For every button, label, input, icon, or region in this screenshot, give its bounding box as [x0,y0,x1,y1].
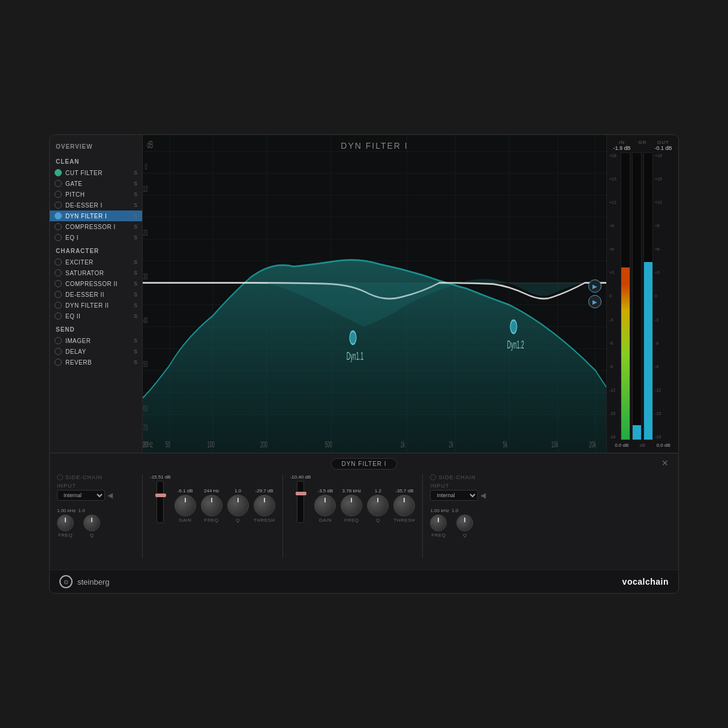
knob-group-right-freq: FREQ [430,515,447,538]
sidebar-item-saturator[interactable]: SATURATOR S [50,267,142,278]
knob-group-dyn2-thresh: -35.7 dB THRESH [393,488,415,523]
close-button[interactable]: ✕ [661,458,669,468]
divider-2 [282,474,283,558]
product-suffix: chain [645,577,669,586]
sidebar-item-eq-ii[interactable]: EQ II S [50,311,142,321]
input-dropdown-right[interactable]: Internal [430,490,478,501]
dot-compressor-i [55,223,62,230]
svg-text:-40: -40 [143,316,148,325]
sidebar-overview[interactable]: OVERVIEW [50,140,142,154]
svg-text:20k: 20k [589,440,596,449]
in-label: IN -1.9 dB [613,140,630,151]
meter-bottom-left: 0.0 dB [615,443,628,448]
svg-text:200: 200 [260,440,267,449]
sidebar-item-imager[interactable]: IMAGER S [50,335,142,346]
knob-left-freq[interactable] [57,515,74,531]
svg-text:-60: -60 [143,404,148,413]
knob-dyn2-q[interactable] [367,495,389,516]
eq-title: DYN FILTER I [341,141,408,151]
sidebar-item-cut-filter[interactable]: CUT FILTER S [50,167,142,178]
fader-thumb-dyn2[interactable] [296,492,306,495]
svg-text:5k: 5k [503,440,507,449]
dyn-point-2 [510,320,517,333]
svg-text:Dyn1.1: Dyn1.1 [347,350,363,362]
dot-eq-ii [55,312,62,320]
section-label-character: CHARACTER [50,243,142,257]
footer-brand: ⊙ steinberg [59,575,109,588]
sidebar-item-delay[interactable]: DELAY S [50,346,142,357]
section-label-send: SEND [50,321,142,335]
bypass-button-out[interactable]: ▶ [588,295,601,308]
dyn-point-1 [350,331,356,344]
sidebar-item-de-esser-ii[interactable]: DE-ESSER II S [50,289,142,300]
dot-delay [55,348,62,355]
fader-thumb-dyn1[interactable] [155,494,166,497]
out-value: -0.1 dB [654,145,672,151]
svg-text:20Hz: 20Hz [143,440,153,449]
knob-right-freq[interactable] [430,515,447,531]
plugin-container: OVERVIEW CLEAN CUT FILTER S GATE S PITCH… [49,134,679,594]
dot-eq-i [55,234,62,241]
sidechain-dot-left [57,474,63,480]
bypass-button-in[interactable]: ▶ [588,279,601,293]
knob-group-left-q: Q [83,515,100,538]
knob-group-dyn1-freq: 244 Hz FREQ [201,488,222,523]
sidebar-item-exciter[interactable]: EXCITER S [50,257,142,267]
eq-svg: dB 0 -10 -20 -30 -40 -50 -60 -70 -80 Dyn… [143,135,606,453]
left-control-section: SIDE-CHAIN INPUT Internal ◀ 1.00 kHz 1.0 [57,474,135,538]
gr-label-group: GR [638,140,646,151]
knob-group-dyn2-q: 1.2 Q [367,488,389,523]
sidechain-dot-right [430,474,436,480]
main-area: DYN FILTER I [143,135,606,453]
svg-text:500: 500 [325,440,332,449]
knob-left-q[interactable] [83,515,100,531]
dyn1-control-section: -15.51 dB -6.1 dB GAIN 244 Hz [150,474,275,523]
dot-gate [55,180,62,187]
sidebar-item-compressor-i[interactable]: COMPRESSOR I S [50,221,142,232]
svg-text:-70: -70 [143,423,148,432]
sidebar-item-dyn-filter-ii[interactable]: DYN FILTER II S [50,300,142,311]
fader-dyn2[interactable]: -10.40 dB [290,474,311,523]
bottom-controls: DYN FILTER I ✕ SIDE-CHAIN INPUT Internal… [50,453,678,570]
svg-text:-30: -30 [143,272,148,281]
sidebar-item-reverb[interactable]: REVERB S [50,357,142,368]
knob-right-q[interactable] [456,515,473,531]
meter-bottom-center: dB [640,443,646,448]
sidebar-item-dyn-filter-i[interactable]: DYN FILTER I S [50,210,142,221]
right-control-section: SIDE-CHAIN INPUT Internal ◀ 1.00 kHz 1.0 [430,474,508,538]
dot-de-esser-i [55,201,62,209]
fader-dyn1[interactable]: -15.51 dB [150,474,171,523]
sidebar-item-gate[interactable]: GATE S [50,178,142,189]
in-value: -1.9 dB [613,145,630,151]
eq-display[interactable]: DYN FILTER I [143,135,606,453]
dot-de-esser-ii [55,291,62,298]
knob-dyn1-q[interactable] [227,495,249,516]
svg-text:dB: dB [147,139,153,151]
fader-track-dyn1[interactable] [157,481,164,523]
knob-group-dyn1-thresh: -29.7 dB THRESH [254,488,275,523]
knob-dyn1-freq[interactable] [201,495,222,516]
svg-text:-50: -50 [143,360,148,369]
sidebar-item-eq-i[interactable]: EQ I S [50,232,142,243]
section-label-clean: CLEAN [50,154,142,167]
sidebar-item-compressor-ii[interactable]: COMPRESSOR II S [50,278,142,289]
fader-track-dyn2[interactable] [297,481,304,523]
dot-dyn-filter-ii [55,302,62,309]
sidebar-item-pitch[interactable]: PITCH S [50,189,142,200]
input-dropdown-left[interactable]: Internal [57,490,105,501]
sidebar-item-de-esser-i[interactable]: DE-ESSER I S [50,200,142,210]
knob-dyn1-gain[interactable] [175,495,196,516]
knob-dyn2-freq[interactable] [341,495,362,516]
dot-reverb [55,359,62,366]
knob-dyn2-thresh[interactable] [393,495,415,516]
knob-dyn2-gain[interactable] [314,495,336,516]
product-prefix: vocal [622,577,645,586]
knob-dyn1-thresh[interactable] [254,495,275,516]
footer: ⊙ steinberg vocalchain [50,570,678,593]
input-label-right: INPUT [430,483,508,489]
input-label-left: INPUT [57,483,135,489]
knob-group-dyn1-q: 1.0 Q [227,488,249,523]
brand-name: steinberg [77,577,109,586]
dot-dyn-filter-i [55,212,62,219]
dot-cut-filter [55,169,62,176]
